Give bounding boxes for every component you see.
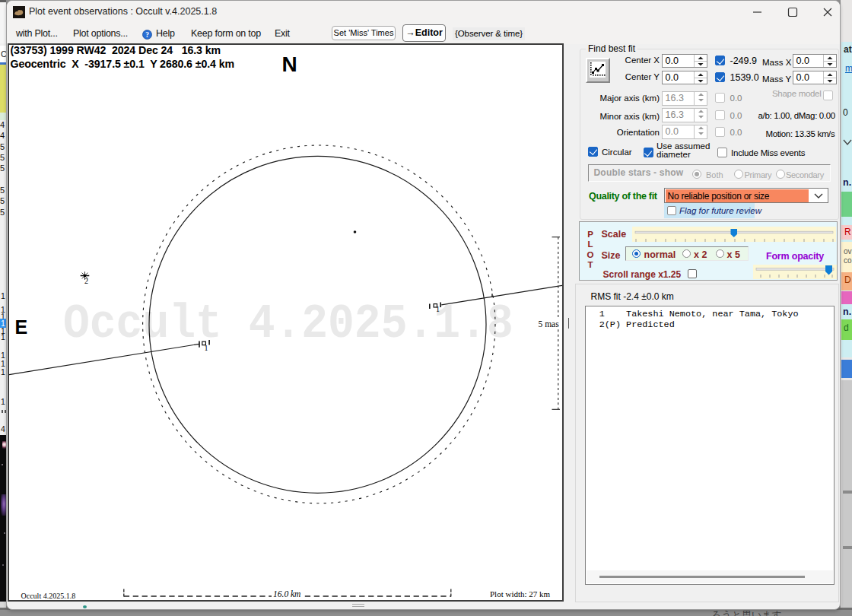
svg-text:?: ? bbox=[145, 31, 149, 39]
